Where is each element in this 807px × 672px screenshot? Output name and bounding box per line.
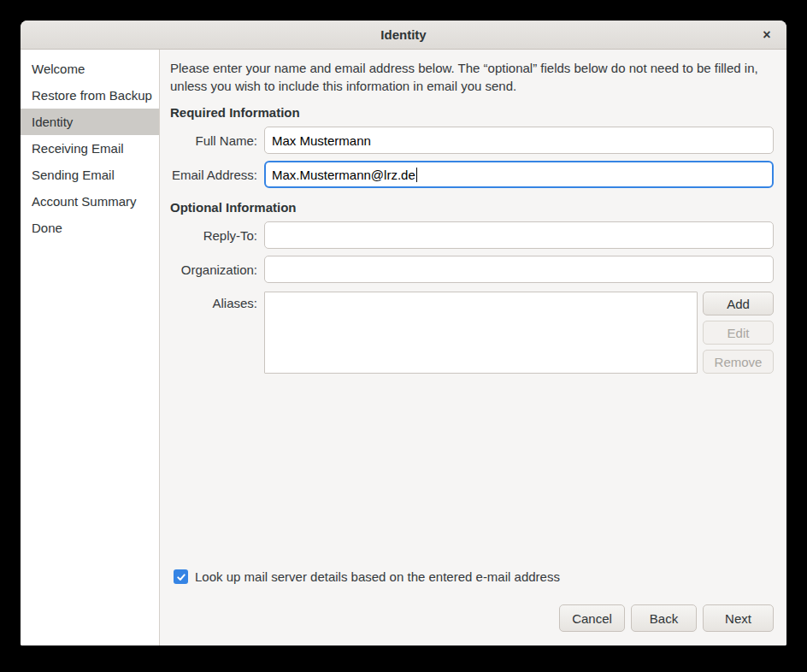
lookup-checkbox-row[interactable]: Look up mail server details based on the… <box>174 569 774 584</box>
intro-text: Please enter your name and email address… <box>170 60 774 95</box>
back-button[interactable]: Back <box>631 604 697 632</box>
dialog-body: Welcome Restore from Backup Identity Rec… <box>21 50 786 645</box>
titlebar[interactable]: Identity × <box>21 21 786 50</box>
full-name-label: Full Name: <box>170 133 264 148</box>
identity-page: Please enter your name and email address… <box>160 50 786 645</box>
footer-button-bar: Cancel Back Next <box>170 604 774 632</box>
organization-input[interactable] <box>264 256 774 283</box>
full-name-input[interactable] <box>264 127 774 154</box>
sidebar-item-restore-from-backup[interactable]: Restore from Backup <box>21 82 159 109</box>
reply-to-label: Reply-To: <box>170 228 264 243</box>
cancel-button[interactable]: Cancel <box>559 604 625 632</box>
email-address-input[interactable]: Max.Mustermann@lrz.de <box>264 161 774 188</box>
remove-alias-button: Remove <box>703 350 774 374</box>
required-information-heading: Required Information <box>170 105 774 120</box>
aliases-buttons: Add Edit Remove <box>703 292 774 374</box>
email-address-row: Email Address: Max.Mustermann@lrz.de <box>170 161 774 188</box>
aliases-label: Aliases: <box>170 292 264 310</box>
sidebar-item-sending-email[interactable]: Sending Email <box>21 162 159 188</box>
reply-to-row: Reply-To: <box>170 221 774 249</box>
organization-row: Organization: <box>170 256 774 283</box>
next-button[interactable]: Next <box>703 604 774 632</box>
lookup-checkbox-label: Look up mail server details based on the… <box>195 569 560 584</box>
checkmark-icon <box>176 572 186 582</box>
organization-label: Organization: <box>170 262 264 277</box>
flex-spacer <box>170 374 774 569</box>
email-address-value: Max.Mustermann@lrz.de <box>272 168 415 182</box>
full-name-row: Full Name: <box>170 127 774 154</box>
close-icon[interactable]: × <box>756 21 778 49</box>
add-alias-button[interactable]: Add <box>703 292 774 315</box>
sidebar-item-identity[interactable]: Identity <box>21 109 159 135</box>
sidebar-item-done[interactable]: Done <box>21 215 159 241</box>
edit-alias-button: Edit <box>703 321 774 345</box>
reply-to-input[interactable] <box>264 221 774 249</box>
sidebar-item-welcome[interactable]: Welcome <box>21 56 159 82</box>
aliases-list[interactable] <box>264 292 698 374</box>
identity-wizard-dialog: Identity × Welcome Restore from Backup I… <box>21 21 786 645</box>
sidebar-item-receiving-email[interactable]: Receiving Email <box>21 135 159 162</box>
optional-information-heading: Optional Information <box>170 200 774 215</box>
aliases-row: Aliases: Add Edit Remove <box>170 292 774 374</box>
window-title: Identity <box>380 27 426 42</box>
lookup-checkbox[interactable] <box>174 569 188 584</box>
wizard-steps-sidebar: Welcome Restore from Backup Identity Rec… <box>21 50 160 645</box>
email-address-label: Email Address: <box>170 168 264 182</box>
sidebar-item-account-summary[interactable]: Account Summary <box>21 188 159 215</box>
text-caret <box>416 168 417 182</box>
